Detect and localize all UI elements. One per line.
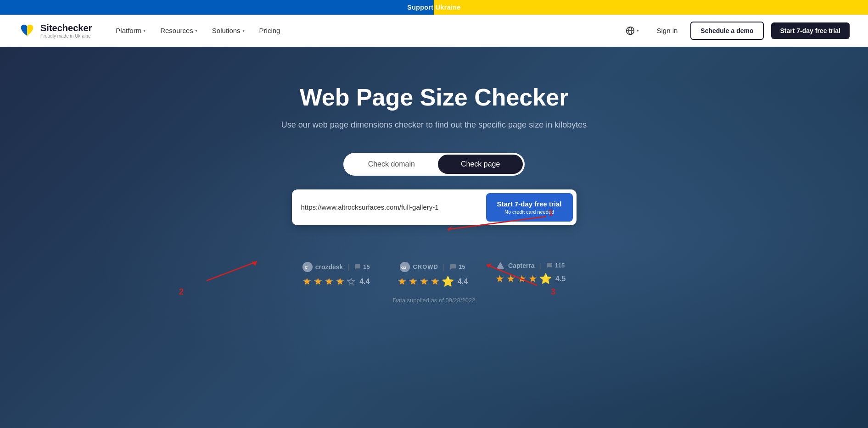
main-nav: Platform ▾ Resources ▾ Solutions ▾ Prici…	[110, 23, 621, 38]
schedule-demo-button[interactable]: Schedule a demo	[690, 22, 763, 40]
chevron-down-icon: ▾	[637, 28, 639, 33]
svg-marker-4	[448, 226, 452, 231]
logo-text: Sitechecker Proudly made in Ukraine	[40, 23, 92, 39]
hero-title: Web Page Size Checker	[300, 83, 569, 111]
logo-tagline: Proudly made in Ukraine	[40, 33, 92, 39]
start-trial-header-button[interactable]: Start 7-day free trial	[771, 22, 850, 39]
g2crowd-stars: ★ ★ ★ ★ ⭐ 4.4	[398, 276, 468, 288]
nav-pricing[interactable]: Pricing	[254, 23, 286, 38]
crozdesk-stars: ★ ★ ★ ★ ☆ 4.4	[302, 276, 370, 288]
comment-icon	[546, 262, 553, 269]
check-domain-tab[interactable]: Check domain	[345, 155, 438, 174]
g2crowd-label: CROWD	[413, 263, 438, 270]
logo-name: Sitechecker	[40, 23, 92, 33]
logo[interactable]: Sitechecker Proudly made in Ukraine	[18, 22, 92, 39]
crozdesk-rating: C crozdesk | 15 ★ ★ ★ ★ ☆	[302, 262, 370, 288]
url-input[interactable]	[301, 203, 486, 211]
hero-section: 1 2 3 Web Page Size Checker Use our web …	[0, 47, 868, 428]
nav-solutions[interactable]: Solutions ▾	[207, 23, 250, 38]
g2crowd-rating: G2 CROWD | 15 ★ ★ ★ ★ ⭐	[398, 262, 468, 288]
chevron-down-icon: ▾	[195, 28, 197, 33]
ratings-section: C crozdesk | 15 ★ ★ ★ ★ ☆	[302, 262, 566, 288]
start-trial-cta-button[interactable]: Start 7-day free trial No credit card ne…	[486, 193, 573, 222]
g2crowd-icon: G2	[400, 262, 410, 272]
svg-text:C: C	[305, 265, 308, 270]
check-page-tab[interactable]: Check page	[438, 155, 523, 174]
svg-text:G2: G2	[401, 266, 406, 270]
svg-text:3: 3	[551, 287, 555, 296]
ukraine-banner: Support Ukraine	[0, 0, 868, 15]
logo-icon	[18, 22, 36, 39]
globe-icon	[626, 26, 635, 35]
chevron-down-icon: ▾	[143, 28, 146, 33]
comment-icon	[354, 263, 361, 271]
crozdesk-label: crozdesk	[315, 263, 343, 271]
url-input-container: Start 7-day free trial No credit card ne…	[292, 189, 577, 225]
tab-toggle: Check domain Check page	[343, 153, 525, 176]
capterra-icon	[496, 262, 504, 269]
capterra-label: Capterra	[508, 262, 535, 269]
capterra-stars: ★ ★ ★ ★ ⭐ 4.5	[495, 273, 566, 285]
hero-subtitle: Use our web page dimensions checker to f…	[281, 120, 587, 130]
chevron-down-icon: ▾	[242, 28, 245, 33]
nav-platform[interactable]: Platform ▾	[110, 23, 151, 38]
crozdesk-icon: C	[302, 262, 313, 272]
svg-marker-7	[252, 261, 257, 266]
svg-line-6	[207, 261, 257, 281]
data-note: Data supplied as of 09/28/2022	[393, 297, 476, 304]
header: Sitechecker Proudly made in Ukraine Plat…	[0, 15, 868, 47]
capterra-rating: Capterra | 115 ★ ★ ★ ★ ⭐ 4.5	[495, 262, 566, 285]
nav-resources[interactable]: Resources ▾	[155, 23, 203, 38]
svg-text:2: 2	[179, 287, 184, 296]
ukraine-banner-text: Support Ukraine	[407, 4, 460, 11]
comment-icon	[449, 263, 457, 271]
language-selector[interactable]: ▾	[621, 23, 644, 38]
header-right: ▾ Sign in Schedule a demo Start 7-day fr…	[621, 22, 850, 40]
signin-link[interactable]: Sign in	[651, 24, 683, 37]
